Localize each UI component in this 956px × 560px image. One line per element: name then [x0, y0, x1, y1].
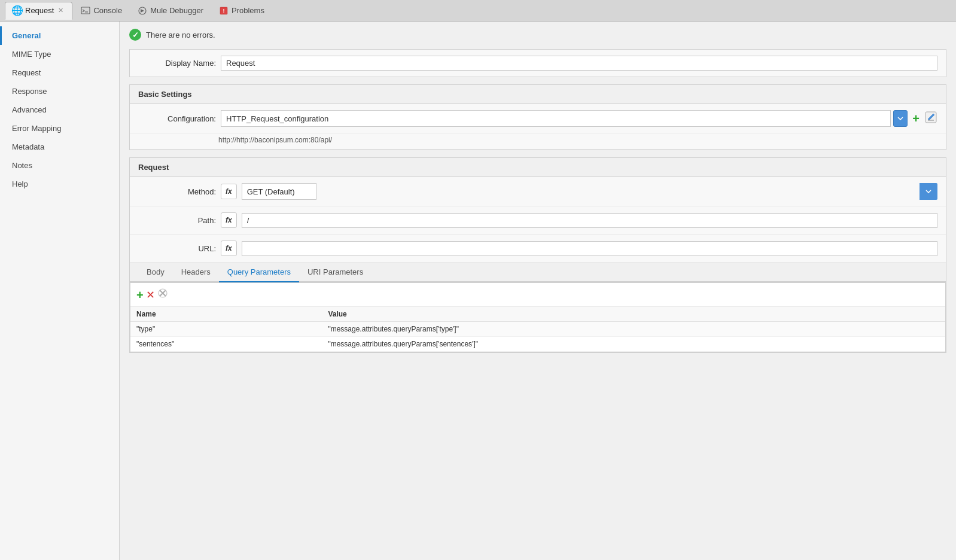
request-tab-icon: 🌐	[13, 6, 22, 16]
clear-icon	[157, 288, 168, 299]
tab-headers[interactable]: Headers	[173, 263, 219, 282]
display-name-label: Display Name:	[138, 59, 216, 68]
config-select-wrap	[221, 110, 908, 127]
configuration-input[interactable]	[221, 110, 891, 127]
sidebar-item-mime-type[interactable]: MIME Type	[0, 45, 119, 63]
tab-query-parameters[interactable]: Query Parameters	[219, 263, 299, 282]
request-section-header: Request	[130, 158, 946, 177]
sidebar-item-general[interactable]: General	[0, 26, 119, 45]
url-row: URL: fx	[130, 235, 946, 263]
qp-toolbar: + ✕	[130, 283, 945, 307]
sidebar: General MIME Type Request Response Advan…	[0, 22, 120, 560]
tab-uri-parameters[interactable]: URI Parameters	[299, 263, 372, 282]
qp-row-value: "message.attributes.queryParams['sentenc…	[322, 337, 945, 352]
sidebar-item-request[interactable]: Request	[0, 63, 119, 82]
display-name-row: Display Name:	[130, 50, 946, 77]
method-label: Method:	[138, 187, 216, 196]
qp-clear-button[interactable]	[157, 288, 168, 302]
problems-tab-icon: !	[219, 6, 229, 16]
qp-row-name: "sentences"	[130, 337, 322, 352]
edit-icon	[924, 111, 937, 124]
param-tabs: Body Headers Query Parameters URI Parame…	[130, 263, 946, 282]
request-section: Request Method: fx GET (Default)	[129, 157, 946, 353]
query-params-area: + ✕ Name Value	[130, 282, 946, 352]
error-banner-text: There are no errors.	[146, 31, 215, 39]
qp-add-button[interactable]: +	[136, 289, 144, 301]
sidebar-item-advanced[interactable]: Advanced	[0, 101, 119, 119]
configuration-label: Configuration:	[138, 114, 216, 123]
path-input[interactable]	[242, 213, 937, 228]
tab-console[interactable]: Console	[74, 2, 129, 19]
tab-mule-debugger[interactable]: Mule Debugger	[130, 2, 211, 19]
add-config-button[interactable]: +	[912, 112, 920, 124]
sidebar-item-response[interactable]: Response	[0, 82, 119, 101]
display-name-section: Display Name:	[129, 49, 946, 77]
tab-problems-label: Problems	[232, 6, 264, 15]
qp-table: Name Value "type""message.attributes.que…	[130, 307, 945, 352]
config-dropdown-btn[interactable]	[893, 110, 908, 127]
method-fx-button[interactable]: fx	[221, 184, 237, 199]
path-row: Path: fx	[130, 206, 946, 235]
method-chevron-icon	[925, 188, 932, 195]
qp-row-name: "type"	[130, 322, 322, 337]
sidebar-item-notes[interactable]: Notes	[0, 156, 119, 175]
qp-col-value: Value	[322, 307, 945, 322]
qp-col-name: Name	[130, 307, 322, 322]
tab-bar: 🌐 Request ✕ Console Mule Debugger !	[0, 0, 956, 22]
svg-rect-0	[81, 7, 90, 14]
tab-body[interactable]: Body	[138, 263, 173, 282]
tab-console-label: Console	[93, 6, 122, 15]
tab-problems[interactable]: ! Problems	[212, 2, 272, 19]
qp-delete-button[interactable]: ✕	[146, 288, 155, 302]
mule-debugger-tab-icon	[138, 6, 147, 16]
basic-settings-header: Basic Settings	[130, 85, 946, 104]
sidebar-item-metadata[interactable]: Metadata	[0, 138, 119, 156]
method-dropdown-icon	[920, 183, 937, 200]
sidebar-item-help[interactable]: Help	[0, 175, 119, 193]
table-row[interactable]: "sentences""message.attributes.queryPara…	[130, 337, 945, 352]
edit-config-button[interactable]	[924, 111, 937, 126]
success-icon: ✓	[129, 29, 141, 41]
display-name-input[interactable]	[221, 56, 937, 71]
sidebar-item-error-mapping[interactable]: Error Mapping	[0, 119, 119, 138]
tab-request-label: Request	[25, 6, 54, 15]
path-label: Path:	[138, 216, 216, 225]
configuration-url: http://http://baconipsum.com:80/api/	[130, 133, 946, 150]
svg-text:!: !	[223, 8, 225, 14]
method-select[interactable]: GET (Default)	[242, 183, 316, 200]
method-select-wrap: GET (Default)	[242, 183, 937, 200]
tab-mule-debugger-label: Mule Debugger	[150, 6, 203, 15]
content-area: ✓ There are no errors. Display Name: Bas…	[120, 22, 956, 560]
tab-request[interactable]: 🌐 Request ✕	[5, 2, 72, 20]
tab-request-close[interactable]: ✕	[57, 7, 65, 14]
console-tab-icon	[81, 6, 90, 16]
table-row[interactable]: "type""message.attributes.queryParams['t…	[130, 322, 945, 337]
error-banner: ✓ There are no errors.	[129, 29, 946, 41]
main-layout: General MIME Type Request Response Advan…	[0, 22, 956, 560]
url-fx-button[interactable]: fx	[221, 241, 237, 256]
basic-settings-section: Basic Settings Configuration: +	[129, 84, 946, 150]
qp-row-value: "message.attributes.queryParams['type']"	[322, 322, 945, 337]
url-input[interactable]	[242, 241, 937, 256]
method-row: Method: fx GET (Default)	[130, 177, 946, 206]
url-label: URL:	[138, 244, 216, 253]
path-fx-button[interactable]: fx	[221, 212, 237, 228]
configuration-row: Configuration: +	[130, 104, 946, 133]
chevron-down-icon	[897, 115, 904, 122]
